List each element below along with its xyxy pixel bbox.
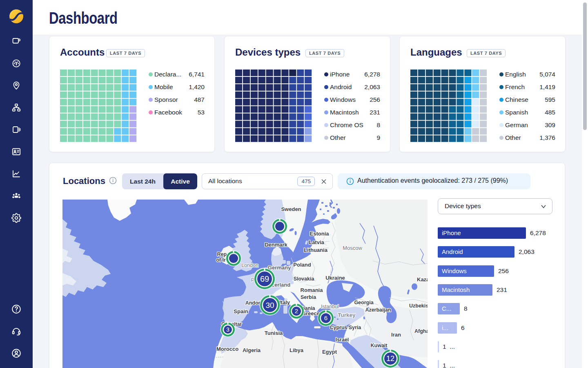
svg-text:Tunisia: Tunisia: [265, 330, 283, 336]
svg-text:Kazakh: Kazakh: [417, 276, 428, 283]
svg-text:of Ir: of Ir: [216, 257, 226, 263]
svg-text:London: London: [241, 263, 258, 268]
svg-text:Latvia: Latvia: [309, 239, 324, 245]
svg-text:Moscow: Moscow: [343, 245, 362, 251]
svg-text:12: 12: [386, 355, 394, 363]
svg-text:Syria: Syria: [349, 325, 362, 330]
svg-text:Azerbaijan: Azerbaijan: [365, 307, 391, 313]
svg-text:30: 30: [265, 301, 274, 310]
svg-text:Ukraine: Ukraine: [325, 275, 345, 281]
svg-text:Estonia: Estonia: [310, 231, 330, 237]
svg-text:3: 3: [226, 326, 229, 333]
svg-text:Greece: Greece: [302, 310, 320, 316]
svg-text:Slovakia: Slovakia: [294, 276, 315, 282]
svg-text:Algeria: Algeria: [243, 347, 261, 353]
svg-text:69: 69: [260, 274, 269, 283]
svg-text:Morocco: Morocco: [216, 346, 238, 352]
svg-text:Sweden: Sweden: [281, 206, 301, 212]
svg-text:Libya: Libya: [290, 347, 304, 353]
svg-text:Uzbekist: Uzbekist: [409, 303, 428, 309]
svg-text:Turkey: Turkey: [338, 312, 356, 318]
svg-text:Egypt: Egypt: [322, 349, 337, 355]
svg-text:Italy: Italy: [279, 299, 290, 305]
svg-text:Israel: Israel: [336, 337, 349, 343]
svg-text:Spain: Spain: [234, 308, 248, 314]
svg-text:6: 6: [324, 314, 327, 321]
svg-text:Lithuania: Lithuania: [304, 247, 328, 253]
svg-text:Cyprus: Cyprus: [330, 325, 347, 330]
svg-text:Istanbul: Istanbul: [321, 304, 339, 310]
svg-text:Kuwait: Kuwait: [371, 343, 388, 348]
svg-text:Serbia: Serbia: [301, 294, 316, 300]
svg-text:2: 2: [295, 307, 298, 314]
svg-text:Georgia: Georgia: [354, 300, 374, 305]
svg-text:Germany: Germany: [268, 265, 291, 271]
svg-text:Afghan: Afghan: [414, 328, 428, 334]
svg-text:Romania: Romania: [301, 287, 323, 293]
svg-text:Poland: Poland: [293, 262, 311, 268]
svg-text:Iran: Iran: [391, 332, 401, 338]
svg-text:Denmark: Denmark: [265, 242, 287, 248]
